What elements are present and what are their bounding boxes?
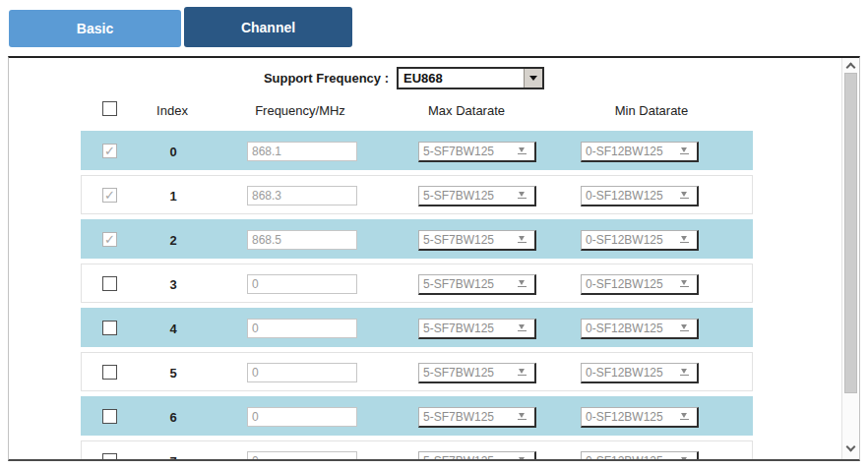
max-datarate-value: 5-SF7BW125 <box>423 277 494 291</box>
chevron-down-icon <box>680 457 689 461</box>
table-row: 5 5-SF7BW125 0-SF12BW125 <box>81 352 753 391</box>
max-datarate-value: 5-SF7BW125 <box>423 145 494 158</box>
column-header-index: Index <box>156 103 188 118</box>
row-index: 0 <box>169 145 176 159</box>
table-row: 1 5-SF7BW125 0-SF12BW125 <box>81 175 753 214</box>
chevron-down-icon <box>680 324 689 331</box>
max-datarate-value: 5-SF7BW125 <box>423 322 494 335</box>
table-row: 2 5-SF7BW125 0-SF12BW125 <box>81 219 753 259</box>
tab-basic-label: Basic <box>77 21 113 36</box>
row-checkbox[interactable] <box>102 188 117 203</box>
column-header-max-datarate: Max Datarate <box>428 103 505 118</box>
chevron-down-icon <box>518 192 527 199</box>
min-datarate-value: 0-SF12BW125 <box>586 454 663 461</box>
min-datarate-value: 0-SF12BW125 <box>586 322 663 335</box>
chevron-down-icon <box>529 76 537 81</box>
row-index: 2 <box>169 233 176 248</box>
row-checkbox[interactable] <box>102 409 117 424</box>
tab-basic[interactable]: Basic <box>9 10 181 47</box>
chevron-down-icon <box>680 369 689 376</box>
chevron-down-icon <box>518 236 527 243</box>
row-checkbox[interactable] <box>102 232 117 247</box>
scroll-down-button[interactable] <box>842 442 860 456</box>
frequency-input[interactable] <box>247 186 357 205</box>
min-datarate-select[interactable]: 0-SF12BW125 <box>581 319 699 339</box>
support-frequency-value: EU868 <box>403 71 443 86</box>
max-datarate-value: 5-SF7BW125 <box>423 189 494 203</box>
row-index: 6 <box>169 410 176 425</box>
chevron-down-icon <box>518 324 527 331</box>
channel-panel: Support Frequency : EU868 Index Frequenc… <box>8 56 860 461</box>
vertical-scrollbar[interactable] <box>841 58 859 459</box>
frequency-input[interactable] <box>247 274 357 294</box>
chevron-down-icon <box>518 147 527 154</box>
table-row: 6 5-SF7BW125 0-SF12BW125 <box>81 396 753 436</box>
chevron-up-icon <box>846 63 856 73</box>
support-frequency-label: Support Frequency : <box>264 71 389 86</box>
scroll-up-button[interactable] <box>842 60 860 74</box>
min-datarate-select[interactable]: 0-SF12BW125 <box>581 451 699 461</box>
row-index: 7 <box>169 454 176 461</box>
min-datarate-select[interactable]: 0-SF12BW125 <box>581 407 699 428</box>
max-datarate-value: 5-SF7BW125 <box>423 233 494 247</box>
max-datarate-value: 5-SF7BW125 <box>423 366 494 380</box>
min-datarate-select[interactable]: 0-SF12BW125 <box>581 142 699 162</box>
support-frequency-select[interactable]: EU868 <box>397 67 544 89</box>
max-datarate-select[interactable]: 5-SF7BW125 <box>418 274 536 295</box>
table-row: 4 5-SF7BW125 0-SF12BW125 <box>81 308 753 347</box>
row-checkbox[interactable] <box>102 365 117 380</box>
table-rows: 0 5-SF7BW125 0-SF12BW125 1 5-SF7BW125 0-… <box>81 131 753 461</box>
row-index: 3 <box>169 277 176 292</box>
row-checkbox[interactable] <box>102 276 117 291</box>
dropdown-arrow-button[interactable] <box>524 69 542 88</box>
scrollbar-thumb[interactable] <box>844 73 857 393</box>
max-datarate-select[interactable]: 5-SF7BW125 <box>418 230 536 251</box>
chevron-down-icon <box>680 280 689 287</box>
frequency-input[interactable] <box>247 142 357 161</box>
table-row: 7 5-SF7BW125 0-SF12BW125 <box>81 440 753 461</box>
max-datarate-select[interactable]: 5-SF7BW125 <box>418 319 536 339</box>
min-datarate-value: 0-SF12BW125 <box>586 277 663 291</box>
min-datarate-value: 0-SF12BW125 <box>586 366 663 380</box>
row-checkbox[interactable] <box>102 144 117 158</box>
channel-config-window: Basic Channel Support Frequency : EU868 … <box>0 0 868 469</box>
frequency-input[interactable] <box>247 319 357 338</box>
max-datarate-select[interactable]: 5-SF7BW125 <box>418 142 536 162</box>
frequency-input[interactable] <box>247 363 357 382</box>
max-datarate-select[interactable]: 5-SF7BW125 <box>418 407 536 428</box>
max-datarate-value: 5-SF7BW125 <box>423 410 494 424</box>
row-index: 4 <box>169 322 176 336</box>
chevron-down-icon <box>518 369 527 376</box>
min-datarate-select[interactable]: 0-SF12BW125 <box>581 274 699 295</box>
min-datarate-value: 0-SF12BW125 <box>586 410 663 424</box>
max-datarate-select[interactable]: 5-SF7BW125 <box>418 363 536 383</box>
frequency-input[interactable] <box>247 230 357 250</box>
max-datarate-select[interactable]: 5-SF7BW125 <box>418 451 536 461</box>
chevron-down-icon <box>518 413 527 420</box>
max-datarate-value: 5-SF7BW125 <box>423 454 494 461</box>
column-header-min-datarate: Min Datarate <box>615 103 688 118</box>
chevron-down-icon <box>680 236 689 243</box>
chevron-down-icon <box>518 280 527 287</box>
min-datarate-value: 0-SF12BW125 <box>586 189 663 203</box>
max-datarate-select[interactable]: 5-SF7BW125 <box>418 186 536 206</box>
table-row: 3 5-SF7BW125 0-SF12BW125 <box>81 264 753 303</box>
min-datarate-value: 0-SF12BW125 <box>586 233 663 247</box>
chevron-down-icon <box>680 413 689 420</box>
row-checkbox[interactable] <box>102 321 117 335</box>
chevron-down-icon <box>518 457 527 461</box>
frequency-input[interactable] <box>247 407 357 427</box>
row-index: 1 <box>169 189 176 204</box>
tab-channel[interactable]: Channel <box>184 7 352 47</box>
row-index: 5 <box>169 366 176 381</box>
min-datarate-value: 0-SF12BW125 <box>586 145 663 158</box>
min-datarate-select[interactable]: 0-SF12BW125 <box>581 230 699 251</box>
chevron-down-icon <box>846 442 856 452</box>
chevron-down-icon <box>680 147 689 154</box>
min-datarate-select[interactable]: 0-SF12BW125 <box>581 186 699 206</box>
frequency-input[interactable] <box>247 451 357 461</box>
min-datarate-select[interactable]: 0-SF12BW125 <box>581 363 699 383</box>
select-all-checkbox[interactable] <box>102 101 117 116</box>
table-row: 0 5-SF7BW125 0-SF12BW125 <box>81 131 753 170</box>
row-checkbox[interactable] <box>102 453 117 461</box>
